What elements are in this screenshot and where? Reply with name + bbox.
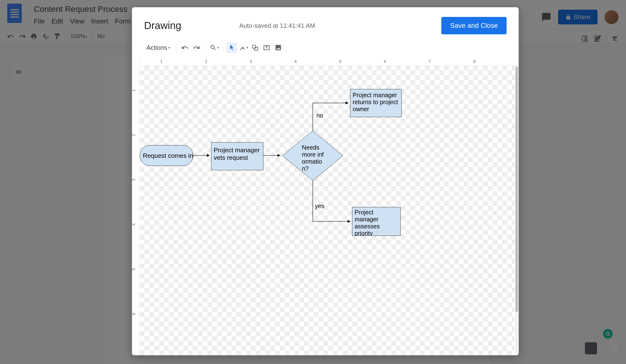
line-icon <box>239 44 246 51</box>
redo-icon <box>193 44 200 51</box>
flowchart-assess-node[interactable]: Project manager assesses priority <box>352 207 400 236</box>
flowchart-decision-node[interactable]: Needs more information? <box>282 131 343 181</box>
shape-icon <box>251 44 259 51</box>
actions-menu[interactable]: Actions <box>144 42 173 53</box>
vertical-scrollbar[interactable] <box>515 66 518 355</box>
select-tool[interactable] <box>227 42 237 53</box>
flowchart-start-node[interactable]: Request comes in <box>140 145 193 166</box>
flowchart-return-node[interactable]: Project manager returns to project owner <box>350 89 401 117</box>
flowchart-vet-node[interactable]: Project manager vets request <box>211 142 263 170</box>
decision-no-label: no <box>316 112 323 119</box>
line-tool[interactable] <box>238 42 249 53</box>
zoom-button[interactable] <box>209 42 219 53</box>
modal-title: Drawing <box>144 20 181 31</box>
decision-yes-label: yes <box>315 202 324 209</box>
textbox-icon <box>263 44 270 51</box>
drawing-modal: Drawing Auto-saved at 11:41:41 AM Save a… <box>132 7 519 355</box>
drawing-main: 1 2 3 4 5 6 7 8 <box>140 58 519 355</box>
svg-text:Request comes in: Request comes in <box>143 152 193 159</box>
undo-icon <box>181 44 189 51</box>
image-tool[interactable] <box>273 42 283 53</box>
flowchart-svg: Request comes in Project manager vets re… <box>140 66 515 355</box>
autosave-status: Auto-saved at 11:41:41 AM <box>239 22 315 30</box>
cursor-icon <box>228 44 235 51</box>
save-and-close-button[interactable]: Save and Close <box>441 17 507 34</box>
zoom-icon <box>210 44 217 51</box>
vertical-ruler: 1 2 3 4 5 6 <box>132 58 140 355</box>
horizontal-ruler: 1 2 3 4 5 6 7 8 <box>140 58 519 66</box>
drawing-canvas[interactable]: Request comes in Project manager vets re… <box>140 66 515 355</box>
shape-tool[interactable] <box>250 42 260 53</box>
redo-button[interactable] <box>191 42 202 53</box>
svg-point-0 <box>252 45 256 49</box>
modal-header: Drawing Auto-saved at 11:41:41 AM Save a… <box>132 7 519 40</box>
drawing-area: 1 2 3 4 5 6 1 2 3 4 5 6 7 8 <box>132 58 519 355</box>
drawing-toolbar: Actions <box>132 40 519 58</box>
svg-rect-1 <box>255 47 258 50</box>
undo-button[interactable] <box>180 42 190 53</box>
image-icon <box>274 44 282 51</box>
text-box-tool[interactable] <box>261 42 272 53</box>
arrow-decision-yes[interactable] <box>313 181 350 221</box>
